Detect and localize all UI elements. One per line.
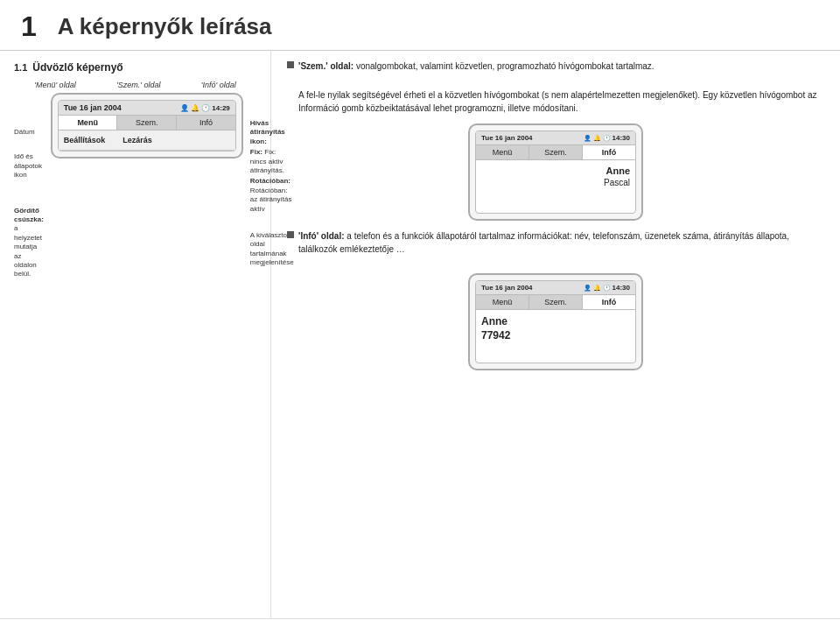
right-top-icons: 👤 🔔 🕐 14:30 xyxy=(584,134,630,142)
szem-desc-text: 'Szem.' oldal: vonalgombokat, valamint k… xyxy=(298,60,654,73)
nav-menu-btn[interactable]: Menü xyxy=(59,116,118,130)
bullet-icon xyxy=(287,61,294,68)
section-number: 1.1 xyxy=(14,62,27,73)
datum-label: Dátum xyxy=(14,128,44,137)
phone-screen-main: Tue 16 jan 2004 👤 🔔 🕐 14:29 xyxy=(58,100,236,151)
rb-nav-info[interactable]: Infó xyxy=(583,295,635,309)
phone-mockup-main: Tue 16 jan 2004 👤 🔔 🕐 14:29 xyxy=(51,93,243,159)
gordi-label: Gördítő csúszka: a helyzetet mutatja az … xyxy=(14,207,44,279)
bell-icon2: 🔔 xyxy=(593,135,601,142)
label-info-oldal: 'Infó' oldal xyxy=(201,81,236,89)
rb-time: 14:30 xyxy=(612,284,630,292)
phone-item1: Beállítások xyxy=(64,136,106,144)
section-heading: Üdvözlő képernyő xyxy=(32,61,122,74)
rb-nav-szem[interactable]: Szem. xyxy=(529,295,583,309)
szem-text: vonalgombokat, valamint közvetlen, progr… xyxy=(354,61,654,71)
szem-desc2-text: A fel-le nyilak segítségével érheti el a… xyxy=(298,88,824,115)
right-top-phone: Tue 16 jan 2004 👤 🔔 🕐 14:30 Menü Szem. xyxy=(468,123,643,221)
label-menu-oldal: 'Menü' oldal xyxy=(34,81,75,89)
rt-name1: Anne xyxy=(481,166,630,176)
right-column: 'Szem.' oldal: vonalgombokat, valamint k… xyxy=(271,51,840,618)
right-bottom-navbar[interactable]: Menü Szem. Infó xyxy=(476,295,635,310)
rt-nav-menu[interactable]: Menü xyxy=(476,145,529,159)
left-labels: Dátum Idő és állapotok ikon Gördítő csús… xyxy=(14,128,44,279)
rb-date: Tue 16 jan 2004 xyxy=(481,284,533,292)
rb-icons: 👤 🔔 🕐 14:30 xyxy=(584,284,630,292)
right-top-body: Anne Pascal xyxy=(476,160,635,213)
mockup-labels-row: 'Menü' oldal 'Szem.' oldal 'Infó' oldal xyxy=(14,81,256,89)
left-phone: Tue 16 jan 2004 👤 🔔 🕐 14:29 xyxy=(51,93,243,159)
info-text: a telefon és a funkciók állapotáról tart… xyxy=(298,231,789,254)
clock-icon3: 🕐 xyxy=(603,285,611,292)
phone-navbar-main[interactable]: Menü Szem. Infó xyxy=(59,116,235,130)
right-top-mockup-wrap: Tue 16 jan 2004 👤 🔔 🕐 14:30 Menü Szem. xyxy=(287,123,824,221)
right-top-date: Tue 16 jan 2004 xyxy=(481,134,533,142)
info-desc-text: 'Infó' oldal: a telefon és a funkciók ál… xyxy=(298,229,824,256)
right-bottom-phone: Tue 16 jan 2004 👤 🔔 🕐 14:30 Menü Szem. I… xyxy=(468,273,643,370)
bell-icon3: 🔔 xyxy=(593,285,601,292)
right-top-time: 14:30 xyxy=(612,134,630,142)
chapter-title: A képernyők leírása xyxy=(58,13,272,40)
right-bottom-screen: Tue 16 jan 2004 👤 🔔 🕐 14:30 Menü Szem. I… xyxy=(475,280,636,363)
right-top-screen: Tue 16 jan 2004 👤 🔔 🕐 14:30 Menü Szem. xyxy=(475,130,636,214)
rb-number: 77942 xyxy=(481,329,630,342)
person-icon3: 👤 xyxy=(584,285,592,292)
main-diagram: Dátum Idő és állapotok ikon Gördítő csús… xyxy=(14,93,256,279)
phone-icons-group: 👤 🔔 🕐 14:29 xyxy=(180,104,229,112)
right-top-topbar: Tue 16 jan 2004 👤 🔔 🕐 14:30 xyxy=(476,131,635,145)
clock-icon: 🕐 xyxy=(201,104,210,112)
main-content: 1.1 Üdvözlő képernyő 'Menü' oldal 'Szem.… xyxy=(0,51,840,618)
rt-name2: Pascal xyxy=(481,178,630,187)
phone-date: Tue 16 jan 2004 xyxy=(64,103,122,112)
rb-nav-menu[interactable]: Menü xyxy=(476,295,529,309)
person-icon2: 👤 xyxy=(584,135,592,142)
ido-label: Idő és állapotok ikon xyxy=(14,152,44,180)
nav-info-btn[interactable]: Infó xyxy=(177,116,235,130)
phone-body-main: Beállítások Lezárás xyxy=(59,130,235,151)
rb-name: Anne xyxy=(481,315,630,328)
right-top-navbar[interactable]: Menü Szem. Infó xyxy=(476,145,635,160)
rt-nav-szem[interactable]: Szem. xyxy=(529,145,583,159)
info-bold: 'Infó' oldal: xyxy=(298,231,345,241)
clock-icon2: 🕐 xyxy=(603,135,611,142)
info-desc-block: 'Infó' oldal: a telefon és a funkciók ál… xyxy=(287,229,824,264)
phone-topbar-main: Tue 16 jan 2004 👤 🔔 🕐 14:29 xyxy=(59,101,235,116)
right-bottom-mockup-wrap: Tue 16 jan 2004 👤 🔔 🕐 14:30 Menü Szem. I… xyxy=(287,273,824,370)
left-column: 1.1 Üdvözlő képernyő 'Menü' oldal 'Szem.… xyxy=(0,51,271,618)
rt-nav-info[interactable]: Infó xyxy=(583,145,635,159)
label-szem-oldal: 'Szem.' oldal xyxy=(116,81,160,89)
szem-desc-block: 'Szem.' oldal: vonalgombokat, valamint k… xyxy=(287,60,824,81)
bell-icon: 🔔 xyxy=(191,104,200,112)
person-icon: 👤 xyxy=(180,104,189,112)
phone-item2: Lezárás xyxy=(122,136,152,144)
right-bottom-body: Anne 77942 xyxy=(476,310,635,363)
szem-bold: 'Szem.' oldal: xyxy=(298,61,354,71)
chapter-number: 1 xyxy=(21,11,37,43)
page-header: 1 A képernyők leírása xyxy=(0,0,840,51)
phone-time: 14:29 xyxy=(212,104,229,112)
bullet-icon2 xyxy=(287,231,294,238)
right-bottom-topbar: Tue 16 jan 2004 👤 🔔 🕐 14:30 xyxy=(476,281,635,295)
szem-desc2: A fel-le nyilak segítségével érheti el a… xyxy=(298,88,824,115)
nav-szem-btn[interactable]: Szem. xyxy=(117,116,177,130)
